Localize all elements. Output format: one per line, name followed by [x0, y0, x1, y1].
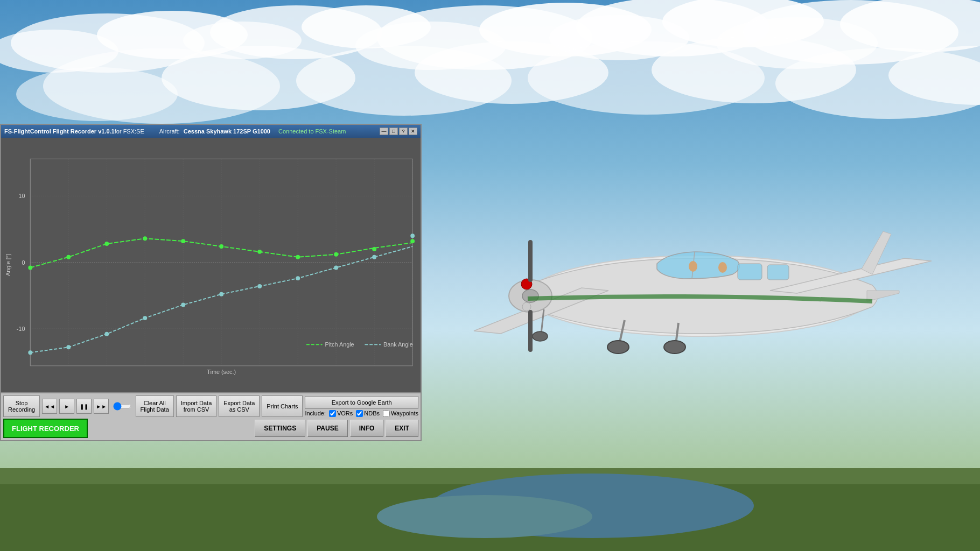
- vors-checkbox[interactable]: [329, 410, 336, 417]
- controls-area: Stop Recording ◄◄ ► ❚❚ ►► Clear All: [1, 392, 421, 440]
- svg-point-82: [181, 239, 185, 243]
- svg-point-39: [533, 331, 548, 341]
- svg-point-81: [143, 236, 147, 241]
- export-csv-button[interactable]: Export Data as CSV: [219, 395, 260, 417]
- svg-point-88: [410, 239, 415, 243]
- svg-point-84: [257, 250, 262, 254]
- forward-icon: ►►: [96, 404, 107, 409]
- svg-rect-31: [767, 265, 789, 280]
- ndbs-checkbox[interactable]: [356, 410, 363, 417]
- svg-text:0: 0: [22, 259, 25, 266]
- playback-slider[interactable]: [113, 402, 131, 410]
- aircraft-info: Aircraft: Cessna Skyhawk 172SP G1000 Con…: [159, 128, 346, 135]
- svg-point-70: [143, 316, 147, 320]
- svg-point-35: [607, 341, 629, 354]
- title-bar-controls: — □ ? ✕: [380, 128, 417, 135]
- main-buttons-row: FLIGHT RECORDER SETTINGS PAUSE INFO EXIT: [3, 419, 418, 438]
- title-bar: FS-FlightControl Flight Recorder v1.0.1f…: [1, 125, 421, 138]
- transport-controls-row: Stop Recording ◄◄ ► ❚❚ ►► Clear All: [3, 395, 418, 417]
- svg-point-87: [372, 247, 376, 251]
- waypoints-checkbox-label[interactable]: Waypoints: [383, 410, 418, 417]
- svg-text:Bank Angle: Bank Angle: [383, 341, 413, 348]
- svg-text:Angle [°]: Angle [°]: [5, 254, 11, 276]
- svg-point-69: [104, 332, 109, 336]
- minimize-button[interactable]: —: [380, 128, 388, 135]
- pause-transport-button[interactable]: ❚❚: [76, 399, 92, 414]
- import-data-button[interactable]: Import Data from CSV: [176, 395, 216, 417]
- info-button[interactable]: INFO: [350, 420, 384, 437]
- pause-button[interactable]: PAUSE: [307, 420, 347, 437]
- forward-button[interactable]: ►►: [94, 399, 109, 414]
- pause-transport-icon: ❚❚: [80, 404, 88, 409]
- svg-point-77: [410, 234, 415, 238]
- svg-point-80: [104, 242, 109, 246]
- svg-point-17: [16, 67, 178, 121]
- svg-point-83: [219, 244, 223, 249]
- svg-text:Time (sec.): Time (sec.): [207, 369, 236, 375]
- settings-button[interactable]: SETTINGS: [255, 420, 305, 437]
- rewind-fast-button[interactable]: ◄◄: [42, 399, 57, 414]
- svg-point-85: [296, 255, 300, 259]
- svg-rect-30: [738, 264, 762, 280]
- restore-button[interactable]: □: [389, 128, 398, 135]
- svg-point-43: [718, 262, 727, 273]
- svg-point-73: [257, 284, 262, 288]
- svg-point-37: [664, 341, 685, 354]
- print-charts-button[interactable]: Print Charts: [262, 395, 303, 417]
- flight-chart: 10 0 -10 Angle [°] Time (sec.): [4, 140, 418, 390]
- play-button[interactable]: ►: [59, 399, 74, 414]
- svg-text:-10: -10: [17, 326, 25, 332]
- rewind-fast-icon: ◄◄: [44, 404, 55, 409]
- chart-container: 10 0 -10 Angle [°] Time (sec.): [1, 138, 421, 392]
- app-title: FS-FlightControl Flight Recorder v1.0.1f…: [4, 128, 144, 135]
- close-button[interactable]: ✕: [409, 128, 417, 135]
- svg-point-67: [28, 350, 32, 355]
- title-bar-left: FS-FlightControl Flight Recorder v1.0.1f…: [4, 128, 346, 135]
- export-ge-section: Export to Google Earth Include: VORs NDB…: [305, 396, 418, 417]
- svg-text:Pitch Angle: Pitch Angle: [325, 341, 354, 348]
- svg-point-76: [372, 255, 376, 259]
- svg-point-78: [28, 265, 32, 270]
- help-button[interactable]: ?: [399, 128, 408, 135]
- plane-illustration: [420, 108, 980, 538]
- svg-point-72: [219, 292, 223, 296]
- svg-point-75: [334, 265, 338, 270]
- svg-point-71: [181, 302, 185, 307]
- svg-point-42: [689, 261, 697, 272]
- svg-point-86: [334, 252, 338, 257]
- svg-point-74: [296, 276, 300, 280]
- vors-checkbox-label[interactable]: VORs: [329, 410, 353, 417]
- exit-button[interactable]: EXIT: [386, 420, 418, 437]
- svg-point-68: [66, 345, 71, 349]
- play-icon: ►: [64, 404, 69, 409]
- svg-point-41: [522, 302, 531, 311]
- include-options-row: Include: VORs NDBs Waypoints: [305, 410, 418, 417]
- waypoints-checkbox[interactable]: [383, 410, 390, 417]
- svg-text:10: 10: [18, 193, 25, 199]
- ndbs-checkbox-label[interactable]: NDBs: [356, 410, 380, 417]
- stop-recording-button[interactable]: Stop Recording: [3, 395, 40, 417]
- export-google-earth-button[interactable]: Export to Google Earth: [305, 396, 418, 409]
- clear-flight-data-button[interactable]: Clear All Flight Data: [136, 395, 174, 417]
- app-window: FS-FlightControl Flight Recorder v1.0.1f…: [0, 124, 422, 441]
- flight-recorder-button[interactable]: FLIGHT RECORDER: [3, 419, 88, 438]
- svg-point-79: [66, 255, 71, 259]
